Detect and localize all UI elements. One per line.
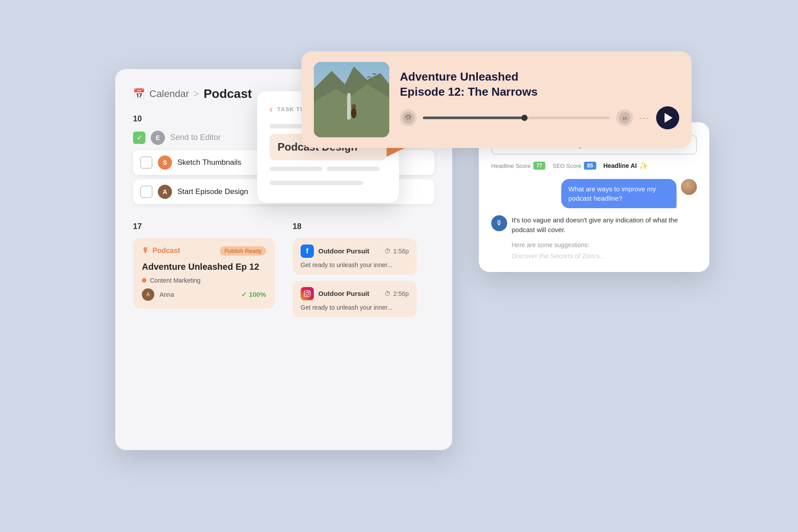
facebook-card[interactable]: f Outdoor Pursuit ⏱ 1:56p Get ready to u… bbox=[293, 238, 417, 275]
suggestion-preview: Discover the Secrets of Zion's... bbox=[512, 252, 697, 260]
seo-score-value: 85 bbox=[584, 162, 596, 170]
progress-fill bbox=[423, 116, 526, 119]
podcast-icon: 🎙 bbox=[142, 247, 149, 255]
task-label-send-to-editor: Send to Editor bbox=[170, 133, 221, 142]
suggestions-label: Here are some suggestions: bbox=[512, 241, 697, 249]
seo-score-label: SEO Score bbox=[552, 163, 581, 169]
category-dot bbox=[142, 278, 146, 283]
ig-preview: Get ready to unleash your inner... bbox=[301, 304, 409, 311]
category-label: Content Marketing bbox=[150, 277, 200, 284]
template-line-4 bbox=[270, 181, 363, 185]
headline-score-item: Headline Score 77 bbox=[491, 162, 545, 170]
progress-text: ✓ 100% bbox=[241, 291, 266, 299]
instagram-icon bbox=[301, 287, 314, 300]
play-icon bbox=[665, 113, 673, 123]
template-line-2 bbox=[270, 167, 322, 171]
headline-score-label: Headline Score bbox=[491, 163, 531, 169]
more-options-button[interactable]: ··· bbox=[639, 113, 650, 123]
svg-point-7 bbox=[351, 108, 356, 118]
progress-dot bbox=[521, 115, 528, 121]
anna-avatar: A bbox=[142, 288, 154, 301]
avatar-sketch: S bbox=[158, 155, 172, 170]
skip-forward-button[interactable]: 15 bbox=[616, 109, 633, 126]
suggestions-section: Here are some suggestions: Discover the … bbox=[491, 241, 697, 260]
avatar-episode-design: A bbox=[158, 185, 172, 199]
fb-preview: Get ready to unleash your inner... bbox=[301, 261, 409, 268]
week-18-section: 18 f Outdoor Pursuit ⏱ 1:56p Get bbox=[293, 222, 417, 323]
svg-rect-0 bbox=[304, 291, 310, 296]
template-line-3 bbox=[327, 167, 379, 171]
svg-point-8 bbox=[352, 104, 356, 109]
skip-back-button[interactable]: 15 bbox=[400, 109, 417, 126]
user-bubble: What are ways to improve my podcast head… bbox=[561, 179, 677, 208]
ai-message: 🎙 It's too vague and doesn't give any in… bbox=[491, 215, 697, 235]
headline-ai-item[interactable]: Headline AI ✨ bbox=[603, 162, 649, 170]
breadcrumb-separator: > bbox=[193, 88, 199, 100]
breadcrumb-current: Podcast bbox=[203, 87, 252, 101]
player-title: Adventure UnleashedEpisode 12: The Narro… bbox=[400, 70, 679, 100]
user-message: What are ways to improve my podcast head… bbox=[491, 179, 697, 208]
calendar-icon: 📅 bbox=[133, 88, 145, 100]
svg-rect-6 bbox=[347, 93, 351, 120]
play-button[interactable] bbox=[656, 106, 679, 129]
ai-avatar: 🎙 bbox=[491, 215, 507, 231]
chat-area: What are ways to improve my podcast head… bbox=[491, 179, 697, 260]
checkbox-sketch[interactable] bbox=[140, 156, 153, 169]
headline-score-value: 77 bbox=[533, 162, 545, 170]
user-avatar bbox=[681, 179, 697, 195]
svg-text:15: 15 bbox=[406, 116, 411, 120]
publish-badge: Publish Ready bbox=[220, 246, 266, 256]
player-card: Adventure UnleashedEpisode 12: The Narro… bbox=[301, 51, 692, 148]
task-label-sketch: Sketch Thumbnails bbox=[177, 158, 241, 167]
checkbox-send-to-editor[interactable]: ✓ bbox=[133, 132, 145, 144]
ig-time: ⏱ 2:56p bbox=[384, 290, 409, 297]
podcast-card-title: Adventure Unleashed Ep 12 bbox=[142, 261, 266, 272]
fb-time: ⏱ 1:56p bbox=[384, 248, 409, 255]
breadcrumb-parent[interactable]: Calendar bbox=[149, 88, 189, 100]
back-button[interactable]: ‹ bbox=[270, 104, 273, 115]
task-label-episode-design: Start Episode Design bbox=[177, 187, 248, 196]
headline-ai-label: Headline AI bbox=[603, 162, 637, 169]
progress-bar[interactable] bbox=[423, 116, 610, 119]
fb-label: Outdoor Pursuit bbox=[318, 247, 369, 255]
thumbnail-art bbox=[314, 62, 389, 137]
ai-sparkle-icon: ✨ bbox=[639, 162, 648, 170]
seo-score-item: SEO Score 85 bbox=[552, 162, 596, 170]
facebook-icon: f bbox=[301, 245, 314, 258]
checkbox-episode-design[interactable] bbox=[140, 186, 153, 198]
podcast-label: 🎙 Podcast bbox=[142, 247, 180, 255]
player-info: Adventure UnleashedEpisode 12: The Narro… bbox=[400, 70, 679, 130]
week-17-section: 17 🎙 Podcast Publish Ready Adventure Unl… bbox=[133, 222, 275, 323]
week-18-number: 18 bbox=[293, 222, 417, 231]
svg-text:15: 15 bbox=[622, 116, 627, 120]
ig-label: Outdoor Pursuit bbox=[318, 290, 369, 297]
episode-thumbnail bbox=[314, 62, 389, 137]
svg-point-2 bbox=[309, 291, 309, 292]
week-17-number: 17 bbox=[133, 222, 275, 231]
scores-row: Headline Score 77 SEO Score 85 Headline … bbox=[491, 162, 697, 170]
instagram-card[interactable]: Outdoor Pursuit ⏱ 2:56p Get ready to unl… bbox=[293, 281, 417, 317]
anna-name: Anna bbox=[160, 291, 174, 298]
avatar-send-to-editor: E bbox=[151, 131, 165, 145]
svg-point-1 bbox=[306, 292, 309, 295]
podcast-card[interactable]: 🎙 Podcast Publish Ready Adventure Unleas… bbox=[133, 238, 275, 309]
ai-bubble: It's too vague and doesn't give any indi… bbox=[512, 215, 680, 235]
